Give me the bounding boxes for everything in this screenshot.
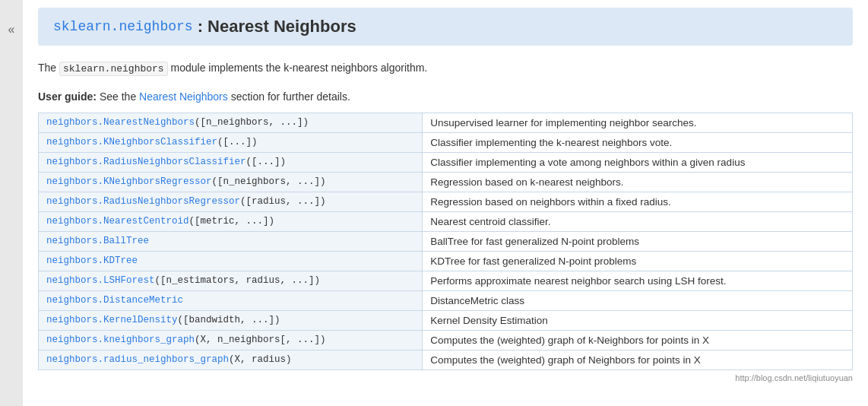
- watermark: http://blog.csdn.net/liqiutuoyuan: [38, 373, 853, 382]
- func-description: Classifier implementing the k-nearest ne…: [423, 133, 853, 153]
- table-row: neighbors.RadiusNeighborsRegressor([radi…: [39, 192, 853, 212]
- func-cell: neighbors.KDTree: [39, 252, 423, 271]
- func-link[interactable]: neighbors.KNeighborsRegressor: [46, 176, 212, 187]
- nearest-neighbors-link[interactable]: Nearest Neighbors: [139, 90, 228, 103]
- table-row: neighbors.DistanceMetricDistanceMetric c…: [39, 291, 853, 311]
- func-description: Unsupervised learner for implementing ne…: [423, 113, 853, 133]
- func-link[interactable]: neighbors.NearestCentroid: [46, 216, 189, 227]
- func-description: Computes the (weighted) graph of k-Neigh…: [423, 331, 853, 350]
- func-cell: neighbors.radius_neighbors_graph(X, radi…: [39, 350, 423, 370]
- description-code: sklearn.neighbors: [59, 62, 168, 76]
- func-description: Nearest centroid classifier.: [423, 212, 853, 232]
- func-link[interactable]: neighbors.DistanceMetric: [46, 295, 183, 306]
- table-row: neighbors.RadiusNeighborsClassifier([...…: [39, 153, 853, 173]
- func-description: Regression based on neighbors within a f…: [423, 192, 853, 212]
- func-cell: neighbors.KNeighborsClassifier([...]): [39, 133, 423, 153]
- func-params: ([metric, ...]): [189, 216, 275, 227]
- table-row: neighbors.KDTreeKDTree for fast generali…: [39, 252, 853, 271]
- func-cell: neighbors.NearestNeighbors([n_neighbors,…: [39, 113, 423, 133]
- func-params: ([bandwidth, ...]): [178, 315, 280, 325]
- watermark-text: http://blog.csdn.net/liqiutuoyuan: [735, 373, 853, 382]
- page-wrapper: « sklearn.neighbors : Nearest Neighbors …: [0, 0, 868, 406]
- func-link[interactable]: neighbors.KDTree: [46, 255, 138, 266]
- func-link[interactable]: neighbors.BallTree: [46, 236, 149, 246]
- func-cell: neighbors.RadiusNeighborsRegressor([radi…: [39, 192, 423, 212]
- func-description: Performs approximate nearest neighbor se…: [423, 271, 853, 291]
- table-row: neighbors.NearestCentroid([metric, ...])…: [39, 212, 853, 232]
- description-suffix: module implements the k-nearest neighbor…: [168, 62, 428, 74]
- collapse-icon: «: [8, 23, 15, 36]
- func-params: ([radius, ...]): [240, 196, 326, 207]
- page-title: : Nearest Neighbors: [198, 17, 356, 36]
- func-cell: neighbors.KernelDensity([bandwidth, ...]…: [39, 311, 423, 331]
- description-prefix: The: [38, 62, 59, 74]
- func-params: ([n_neighbors, ...]): [212, 176, 326, 187]
- user-guide-label: User guide:: [38, 90, 97, 103]
- func-link[interactable]: neighbors.RadiusNeighborsClassifier: [46, 157, 246, 167]
- user-guide-text: User guide: See the Nearest Neighbors se…: [38, 88, 853, 105]
- module-name: sklearn.neighbors: [53, 19, 193, 34]
- table-row: neighbors.LSHForest([n_estimators, radiu…: [39, 271, 853, 291]
- table-row: neighbors.KNeighborsRegressor([n_neighbo…: [39, 173, 853, 192]
- table-row: neighbors.kneighbors_graph(X, n_neighbor…: [39, 331, 853, 350]
- main-content: sklearn.neighbors : Nearest Neighbors Th…: [23, 0, 868, 406]
- func-link[interactable]: neighbors.radius_neighbors_graph: [46, 354, 229, 365]
- table-row: neighbors.NearestNeighbors([n_neighbors,…: [39, 113, 853, 133]
- func-cell: neighbors.KNeighborsRegressor([n_neighbo…: [39, 173, 423, 192]
- func-description: Computes the (weighted) graph of Neighbo…: [423, 350, 853, 370]
- func-params: ([...]): [217, 137, 258, 147]
- description-text: The sklearn.neighbors module implements …: [38, 59, 853, 78]
- func-link[interactable]: neighbors.NearestNeighbors: [46, 117, 195, 128]
- table-row: neighbors.KernelDensity([bandwidth, ...]…: [39, 311, 853, 331]
- func-cell: neighbors.DistanceMetric: [39, 291, 423, 311]
- func-params: ([...]): [246, 157, 287, 167]
- table-row: neighbors.radius_neighbors_graph(X, radi…: [39, 350, 853, 370]
- table-row: neighbors.BallTreeBallTree for fast gene…: [39, 232, 853, 252]
- func-description: BallTree for fast generalized N-point pr…: [423, 232, 853, 252]
- func-cell: neighbors.NearestCentroid([metric, ...]): [39, 212, 423, 232]
- func-cell: neighbors.LSHForest([n_estimators, radiu…: [39, 271, 423, 291]
- func-description: DistanceMetric class: [423, 291, 853, 311]
- func-params: ([n_estimators, radius, ...]): [155, 275, 321, 286]
- func-cell: neighbors.BallTree: [39, 232, 423, 252]
- page-header: sklearn.neighbors : Nearest Neighbors: [38, 8, 853, 46]
- func-cell: neighbors.kneighbors_graph(X, n_neighbor…: [39, 331, 423, 350]
- func-link[interactable]: neighbors.kneighbors_graph: [46, 335, 195, 345]
- func-link[interactable]: neighbors.RadiusNeighborsRegressor: [46, 196, 240, 207]
- table-row: neighbors.KNeighborsClassifier([...])Cla…: [39, 133, 853, 153]
- func-params: (X, radius): [229, 354, 292, 365]
- func-params: (X, n_neighbors[, ...]): [195, 335, 326, 345]
- user-guide-middle: See the: [97, 90, 139, 103]
- func-description: Regression based on k-nearest neighbors.: [423, 173, 853, 192]
- user-guide-suffix: section for further details.: [228, 90, 350, 103]
- func-cell: neighbors.RadiusNeighborsClassifier([...…: [39, 153, 423, 173]
- func-params: ([n_neighbors, ...]): [195, 117, 309, 128]
- func-link[interactable]: neighbors.LSHForest: [46, 275, 155, 286]
- func-description: Kernel Density Estimation: [423, 311, 853, 331]
- api-table: neighbors.NearestNeighbors([n_neighbors,…: [38, 113, 853, 370]
- func-link[interactable]: neighbors.KNeighborsClassifier: [46, 137, 217, 147]
- sidebar-collapse-button[interactable]: «: [0, 0, 23, 406]
- func-description: Classifier implementing a vote among nei…: [423, 153, 853, 173]
- func-description: KDTree for fast generalized N-point prob…: [423, 252, 853, 271]
- func-link[interactable]: neighbors.KernelDensity: [46, 315, 178, 325]
